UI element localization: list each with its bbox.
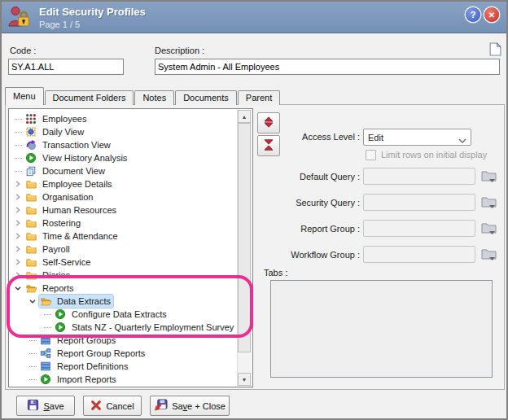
chevron-right-icon[interactable] bbox=[11, 243, 24, 256]
chevron-down-icon[interactable] bbox=[11, 282, 24, 295]
tree-item-employees[interactable]: Employees bbox=[10, 112, 238, 125]
folder-icon bbox=[24, 269, 37, 282]
access-level-label: Access Level : bbox=[262, 132, 360, 142]
tree-item-document-view[interactable]: Document View bbox=[10, 164, 238, 177]
limit-rows-label: Limit rows on initial display bbox=[381, 150, 487, 160]
tree-rows: EmployeesDaily ViewTransaction ViewView … bbox=[10, 110, 238, 386]
save-button[interactable]: Save bbox=[16, 396, 75, 416]
tree-item-transaction-view[interactable]: Transaction View bbox=[10, 138, 238, 151]
window-subtitle: Page 1 / 5 bbox=[39, 20, 80, 29]
edit-security-profiles-window: Edit Security Profiles Page 1 / 5 ? ✕ Co… bbox=[0, 0, 508, 420]
tree-item-label: Import Reports bbox=[55, 374, 119, 384]
tabs-label: Tabs : bbox=[264, 268, 287, 278]
floppy-arrow-icon bbox=[154, 399, 168, 413]
window-title: Edit Security Profiles bbox=[39, 6, 146, 18]
tree-scrollbar[interactable]: ▲ ▼ bbox=[237, 110, 252, 386]
chevron-down-icon[interactable] bbox=[26, 295, 39, 308]
tree-item-payroll[interactable]: Payroll bbox=[10, 243, 238, 256]
scroll-down-button[interactable]: ▼ bbox=[238, 373, 251, 386]
tree-item-report-groups[interactable]: Report Groups bbox=[10, 334, 238, 347]
tree-item-label: Self-Service bbox=[40, 257, 93, 267]
expand-all-button[interactable] bbox=[257, 112, 280, 133]
tree-item-diaries[interactable]: Diaries bbox=[10, 269, 238, 282]
double-arrow-up-down-icon bbox=[262, 116, 275, 130]
default-query-input bbox=[363, 168, 475, 185]
scroll-up-button[interactable]: ▲ bbox=[238, 110, 251, 123]
help-icon: ? bbox=[471, 10, 476, 20]
tree-connector bbox=[26, 360, 39, 373]
tree-item-reports[interactable]: Reports bbox=[10, 282, 238, 295]
tab-notes[interactable]: Notes bbox=[134, 90, 174, 105]
chevron-right-icon[interactable] bbox=[11, 269, 24, 282]
scroll-up-icon: ▲ bbox=[242, 114, 247, 120]
default-query-label: Default Query : bbox=[262, 172, 360, 182]
new-document-icon[interactable] bbox=[489, 42, 501, 56]
folder-icon bbox=[24, 177, 37, 190]
tree-connector bbox=[26, 373, 39, 386]
folder-icon bbox=[24, 256, 37, 269]
tree-item-time-attendance[interactable]: Time & Attendance bbox=[10, 230, 238, 243]
tree-item-data-extracts[interactable]: Data Extracts bbox=[10, 295, 238, 308]
folder-icon bbox=[24, 230, 37, 243]
tab-parent[interactable]: Parent bbox=[238, 90, 280, 105]
folder-icon bbox=[24, 203, 37, 217]
chevron-right-icon[interactable] bbox=[11, 256, 24, 269]
tab-menu[interactable]: Menu bbox=[5, 87, 44, 105]
tree-item-employee-details[interactable]: Employee Details bbox=[10, 177, 238, 190]
security-query-lookup-button[interactable] bbox=[481, 195, 497, 209]
tree-item-label: Payroll bbox=[40, 244, 72, 254]
save-close-button[interactable]: Save + Close bbox=[150, 396, 230, 416]
workflow-group-label: Workflow Group : bbox=[262, 250, 360, 260]
tree-item-label: Time & Attendance bbox=[40, 231, 120, 241]
tabs-listbox bbox=[270, 280, 493, 378]
play-icon bbox=[39, 373, 52, 386]
tree-item-stats-nz-quarterly-employment-survey[interactable]: Stats NZ - Quarterly Employment Survey bbox=[10, 321, 238, 334]
tree-item-report-definitions[interactable]: Report Definitions bbox=[10, 360, 238, 373]
report-group-lookup-button[interactable] bbox=[481, 221, 497, 235]
chevron-right-icon[interactable] bbox=[11, 203, 24, 217]
description-input[interactable] bbox=[155, 59, 500, 75]
daily-view-icon bbox=[24, 125, 37, 138]
report-hierarchy-icon bbox=[39, 347, 52, 360]
save-close-button-label: Save + Close bbox=[172, 401, 226, 411]
menu-tree: EmployeesDaily ViewTransaction ViewView … bbox=[8, 108, 253, 387]
report-group-label: Report Group : bbox=[262, 224, 360, 234]
tree-item-rostering[interactable]: Rostering bbox=[10, 217, 238, 230]
chevron-right-icon[interactable] bbox=[11, 217, 24, 230]
chevron-right-icon[interactable] bbox=[11, 190, 24, 203]
workflow-group-input bbox=[363, 246, 475, 263]
tree-item-configure-data-extracts[interactable]: Configure Data Extracts bbox=[10, 308, 238, 321]
tree-item-label: Employees bbox=[40, 114, 89, 124]
document-view-icon bbox=[24, 164, 37, 177]
default-query-lookup-button[interactable] bbox=[481, 168, 497, 183]
tree-connector bbox=[11, 151, 24, 164]
tree-connector bbox=[41, 308, 54, 321]
cancel-button[interactable]: Cancel bbox=[83, 396, 142, 416]
tree-item-label: Employee Details bbox=[40, 179, 115, 189]
close-button[interactable]: ✕ bbox=[484, 7, 499, 22]
tree-connector bbox=[41, 321, 54, 334]
tree-item-import-reports[interactable]: Import Reports bbox=[10, 373, 238, 386]
tree-item-report-group-reports[interactable]: Report Group Reports bbox=[10, 347, 238, 360]
play-icon bbox=[24, 151, 37, 164]
access-level-select[interactable]: Edit bbox=[363, 129, 471, 146]
tree-item-human-resources[interactable]: Human Resources bbox=[10, 203, 238, 217]
tree-item-label: Document View bbox=[40, 166, 107, 176]
chevron-right-icon[interactable] bbox=[11, 230, 24, 243]
tree-item-view-history-analysis[interactable]: View History Analysis bbox=[10, 151, 238, 164]
tree-connector bbox=[26, 334, 39, 347]
help-button[interactable]: ? bbox=[466, 7, 480, 22]
folder-open-icon bbox=[39, 295, 52, 308]
report-list-icon bbox=[39, 360, 52, 373]
tree-item-self-service[interactable]: Self-Service bbox=[10, 256, 238, 269]
folder-open-icon bbox=[24, 282, 37, 295]
tree-item-organisation[interactable]: Organisation bbox=[10, 190, 238, 203]
scroll-thumb[interactable] bbox=[238, 123, 251, 352]
chevron-right-icon[interactable] bbox=[11, 177, 24, 190]
workflow-group-lookup-button[interactable] bbox=[481, 247, 497, 261]
tree-item-daily-view[interactable]: Daily View bbox=[10, 125, 238, 138]
tab-documents[interactable]: Documents bbox=[175, 90, 237, 105]
tab-document-folders[interactable]: Document Folders bbox=[45, 90, 134, 105]
code-input[interactable] bbox=[8, 59, 124, 75]
tab-strip: MenuDocument FoldersNotesDocumentsParent bbox=[5, 88, 281, 105]
